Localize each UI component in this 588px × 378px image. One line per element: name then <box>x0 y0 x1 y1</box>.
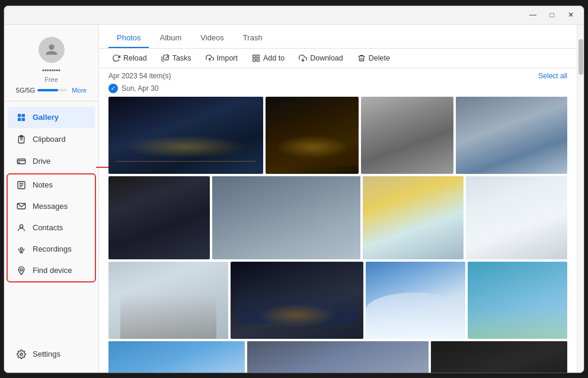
reload-button[interactable]: Reload <box>108 52 151 64</box>
find-device-icon <box>16 265 27 276</box>
sidebar-label-drive: Drive <box>33 157 50 166</box>
photos-grid: 2023 <box>99 97 577 373</box>
svg-rect-4 <box>22 117 25 120</box>
clipboard-icon <box>16 134 27 145</box>
photo-item[interactable] <box>108 341 245 373</box>
svg-rect-28 <box>257 59 259 61</box>
date-header-info: Apr 2023 54 item(s) <box>108 72 171 80</box>
scrollbar[interactable] <box>577 25 584 373</box>
photo-item[interactable] <box>108 176 210 259</box>
sidebar-item-recordings[interactable]: Recordings <box>8 239 95 260</box>
content-area: Apr 2023 54 item(s) Select all Sun, Apr … <box>99 68 577 373</box>
connection-bar <box>37 89 67 91</box>
app-body: •••••••• Free 5G/5G More Gallery <box>4 25 584 373</box>
select-all-button[interactable]: Select all <box>538 72 567 80</box>
tasks-button[interactable]: Tasks <box>158 52 195 64</box>
settings-icon <box>16 349 27 360</box>
close-button[interactable]: ✕ <box>563 9 579 21</box>
avatar <box>39 37 65 63</box>
tabs-bar: Photos Album Videos Trash <box>99 25 577 49</box>
sidebar-label-clipboard: Clipboard <box>33 135 66 144</box>
tab-photos[interactable]: Photos <box>108 28 149 48</box>
nav-items: Gallery Clipboard Drive <box>4 106 98 343</box>
photo-item[interactable] <box>108 97 263 174</box>
sidebar-item-contacts[interactable]: Contacts <box>8 217 95 239</box>
connection-fill <box>37 89 58 91</box>
add-to-button[interactable]: Add to <box>248 52 288 64</box>
photo-item[interactable] <box>366 262 465 339</box>
delete-button[interactable]: Delete <box>354 52 394 64</box>
check-icon <box>108 84 118 93</box>
photo-item[interactable] <box>363 176 464 259</box>
minimize-button[interactable]: — <box>525 9 541 21</box>
sidebar-item-drive[interactable]: Drive <box>8 151 95 172</box>
photo-item[interactable] <box>466 176 567 259</box>
svg-rect-2 <box>22 114 25 117</box>
svg-rect-23 <box>164 55 168 59</box>
date-sub-header: Sun, Apr 30 <box>99 82 577 97</box>
sidebar-label-find-device: Find device <box>33 266 72 275</box>
recordings-icon <box>16 244 27 255</box>
more-link[interactable]: More <box>72 87 87 94</box>
sidebar-item-notes[interactable]: Notes <box>8 174 95 196</box>
sidebar-label-contacts: Contacts <box>33 223 63 232</box>
date-header-row: Apr 2023 54 item(s) Select all <box>99 68 577 82</box>
photo-row-1 <box>108 97 567 174</box>
photo-row-3 <box>108 262 567 339</box>
import-button[interactable]: Import <box>202 52 241 64</box>
svg-rect-27 <box>253 59 255 61</box>
profile-name: •••••••• <box>42 66 60 74</box>
sidebar-item-settings[interactable]: Settings <box>8 344 95 365</box>
toolbar: Reload Tasks Import Add to Download <box>99 49 577 68</box>
svg-point-21 <box>20 268 23 271</box>
app-window: — □ ✕ •••••••• Free 5G/5G More <box>4 5 584 373</box>
sidebar-label-messages: Messages <box>33 202 68 211</box>
photo-item[interactable] <box>108 262 228 339</box>
photo-row-4 <box>108 341 567 373</box>
photo-item[interactable] <box>361 97 454 174</box>
connection-label: 5G/5G <box>16 87 35 94</box>
messages-icon <box>16 201 27 212</box>
sidebar-item-gallery[interactable]: Gallery <box>8 107 95 128</box>
connection-row: 5G/5G More <box>16 87 87 94</box>
title-bar: — □ ✕ <box>4 6 584 25</box>
svg-point-11 <box>18 162 19 163</box>
photo-item[interactable] <box>231 262 363 339</box>
tab-trash[interactable]: Trash <box>235 28 271 48</box>
photo-item[interactable] <box>431 341 567 373</box>
contacts-icon <box>16 223 27 233</box>
highlighted-nav-group: Notes Messages Contacts <box>7 173 96 282</box>
svg-rect-1 <box>18 114 21 117</box>
svg-point-18 <box>20 247 23 250</box>
main-content: Photos Album Videos Trash Reload Tasks I… <box>99 25 577 373</box>
svg-point-0 <box>49 44 54 49</box>
sidebar-label-settings: Settings <box>33 350 60 358</box>
window-controls: — □ ✕ <box>525 9 579 21</box>
sidebar-item-clipboard[interactable]: Clipboard <box>8 129 95 150</box>
drive-icon <box>16 156 27 167</box>
sidebar-label-recordings: Recordings <box>33 244 72 253</box>
photo-item[interactable] <box>266 97 359 174</box>
sidebar-label-notes: Notes <box>33 180 53 189</box>
sidebar-item-messages[interactable]: Messages <box>8 196 95 217</box>
photo-item[interactable] <box>456 97 567 174</box>
photo-item[interactable] <box>468 262 567 339</box>
sidebar: •••••••• Free 5G/5G More Gallery <box>4 25 99 373</box>
notes-icon <box>16 180 27 190</box>
sub-date-label: Sun, Apr 30 <box>122 84 159 93</box>
profile-section: •••••••• Free 5G/5G More <box>4 32 98 101</box>
sidebar-label-gallery: Gallery <box>33 113 59 122</box>
photo-item[interactable] <box>247 341 429 373</box>
photo-row-2 <box>108 176 567 259</box>
download-button[interactable]: Download <box>295 52 347 64</box>
photo-item[interactable] <box>212 176 360 259</box>
scrollbar-thumb[interactable] <box>579 39 583 75</box>
profile-plan: Free <box>44 76 58 83</box>
maximize-button[interactable]: □ <box>544 9 560 21</box>
svg-rect-25 <box>253 55 255 57</box>
svg-rect-26 <box>257 55 259 57</box>
svg-point-22 <box>20 353 23 355</box>
tab-album[interactable]: Album <box>151 28 190 48</box>
sidebar-item-find-device[interactable]: Find device <box>8 260 95 281</box>
tab-videos[interactable]: Videos <box>192 28 232 48</box>
